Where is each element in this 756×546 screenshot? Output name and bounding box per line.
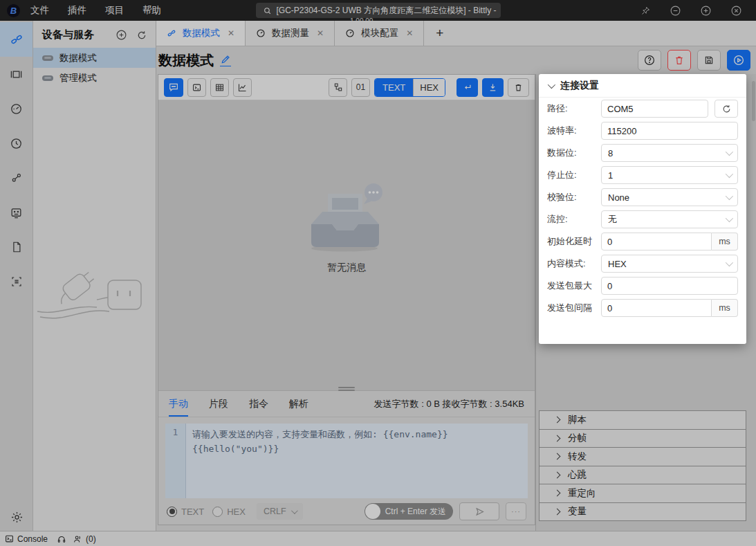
parity-select[interactable]: None	[601, 188, 738, 206]
app-body: 设备与服务 数据模式 管理模式	[0, 21, 756, 531]
audio-toggle[interactable]	[57, 534, 66, 544]
rail-timer-icon[interactable]	[0, 126, 33, 161]
databits-select[interactable]: 8	[601, 144, 738, 162]
mode-hex-button[interactable]: HEX	[413, 79, 445, 96]
menu-project[interactable]: 项目	[105, 4, 124, 17]
delete-button[interactable]	[667, 50, 691, 71]
init-delay-unit: ms	[712, 233, 738, 251]
rail-panel-icon[interactable]	[0, 57, 33, 91]
init-delay-input[interactable]	[601, 233, 712, 251]
menu-help[interactable]: 帮助	[142, 4, 161, 17]
console-toggle[interactable]: Console	[5, 534, 48, 544]
newline-button[interactable]	[457, 78, 478, 97]
packet-interval-input[interactable]	[601, 299, 712, 317]
rail-terminal-icon[interactable]	[0, 195, 33, 230]
view-bubble-button[interactable]	[164, 78, 183, 97]
rail-connection-icon[interactable]	[0, 22, 33, 57]
menu-file[interactable]: 文件	[30, 4, 49, 17]
section-framing[interactable]: 分帧	[540, 430, 746, 448]
tab-close-icon[interactable]: ✕	[317, 28, 324, 38]
device-item-data-mode[interactable]: 数据模式	[33, 48, 156, 68]
send-editor[interactable]: 1 请输入要发送的内容，支持变量和函数，例如: {{env.name}} {{h…	[165, 424, 528, 498]
connection-icon	[167, 28, 176, 38]
view-terminal-button[interactable]	[187, 78, 206, 97]
help-button[interactable]	[638, 50, 661, 71]
rail-frame-icon[interactable]	[0, 264, 33, 299]
online-users[interactable]: (0)	[73, 534, 96, 544]
minimize-icon[interactable]	[670, 5, 681, 17]
setting-row-stopbits: 停止位: 1	[539, 164, 746, 186]
pin-icon[interactable]	[640, 6, 651, 16]
section-script[interactable]: 脚本	[540, 411, 746, 430]
tab-manual[interactable]: 手动	[169, 391, 188, 417]
newline-select[interactable]: CRLF	[257, 503, 303, 520]
chevron-down-icon	[726, 170, 733, 178]
scroll-bottom-button[interactable]	[482, 78, 504, 97]
tab-close-icon[interactable]: ✕	[228, 28, 234, 38]
rail-document-icon[interactable]	[0, 230, 33, 264]
edit-title-icon[interactable]	[220, 54, 231, 66]
rail-gauge-icon[interactable]	[0, 91, 33, 126]
view-table-button[interactable]	[210, 78, 229, 97]
window-title-search[interactable]: [GC-P2304-GS-2 UWB 方向角度距离二维定位模块] - Bittl…	[256, 3, 501, 18]
mode-text-button[interactable]: TEXT	[375, 79, 413, 96]
run-button[interactable]	[727, 50, 750, 71]
section-heartbeat[interactable]: 心跳	[540, 466, 746, 485]
tab-module-config[interactable]: 模块配置 ✕	[335, 21, 424, 46]
send-button[interactable]	[459, 502, 499, 520]
chevron-right-icon	[554, 435, 561, 442]
setting-row-baudrate: 波特率:	[539, 120, 746, 142]
path-input[interactable]	[601, 100, 708, 118]
display-mode-segment: TEXT HEX	[374, 78, 445, 97]
section-variables[interactable]: 变量	[540, 503, 746, 522]
editor-gutter: 1	[165, 424, 186, 498]
settings-gear-icon[interactable]	[0, 511, 33, 524]
rail-nodes-icon[interactable]	[0, 161, 33, 195]
view-plot-button[interactable]	[233, 78, 252, 97]
activity-rail	[0, 21, 33, 531]
channel-button[interactable]: 01	[351, 78, 370, 97]
tab-parse[interactable]: 解析	[289, 391, 308, 417]
setting-row-path: 路径:	[539, 98, 746, 120]
ctrl-enter-toggle[interactable]: Ctrl + Enter 发送	[365, 503, 453, 520]
clear-messages-button[interactable]	[508, 78, 529, 97]
new-tab-button[interactable]: +	[424, 21, 456, 46]
tab-fragment[interactable]: 片段	[209, 391, 228, 417]
splitter-handle[interactable]	[338, 387, 355, 391]
settings-column: 连接设置 路径: 波特率:	[535, 74, 756, 531]
tab-command[interactable]: 指令	[249, 391, 268, 417]
flow-button[interactable]	[329, 78, 347, 97]
device-panel-title: 设备与服务	[42, 28, 107, 42]
section-forward[interactable]: 转发	[540, 448, 746, 466]
scrollbar-thumb[interactable]	[752, 81, 755, 121]
flowcontrol-select[interactable]: 无	[601, 210, 738, 228]
radio-text[interactable]	[167, 507, 177, 517]
refresh-devices-icon[interactable]	[136, 30, 147, 41]
tab-label: 数据测量	[272, 27, 309, 39]
menu-plugins[interactable]: 插件	[68, 4, 86, 17]
tab-close-icon[interactable]: ✕	[406, 28, 413, 38]
more-send-options-button[interactable]: ···	[506, 502, 526, 520]
content-mode-select[interactable]: HEX	[601, 255, 738, 273]
page-header: 数据模式	[156, 46, 756, 74]
connection-settings-header[interactable]: 连接设置	[539, 74, 746, 98]
close-icon[interactable]	[730, 5, 742, 17]
baudrate-input[interactable]	[601, 122, 738, 140]
content-row: 01 TEXT HEX	[156, 74, 756, 531]
setting-row-max-packet: 发送包最大	[539, 275, 746, 297]
max-packet-input[interactable]	[601, 277, 738, 295]
tab-data-mode[interactable]: 数据模式 ✕	[156, 21, 246, 46]
chevron-down-icon	[726, 192, 733, 200]
section-redirect[interactable]: 重定向	[540, 484, 746, 503]
save-button[interactable]	[697, 50, 721, 71]
app-logo-icon: B	[7, 4, 20, 17]
titlebar: B 文件 插件 项目 帮助 [GC-P2304-GS-2 UWB 方向角度距离二…	[0, 0, 756, 21]
stopbits-select[interactable]: 1	[601, 166, 738, 184]
refresh-ports-button[interactable]	[714, 100, 738, 118]
radio-hex[interactable]	[212, 507, 223, 517]
empty-state-label: 暂无消息	[327, 262, 366, 274]
maximize-icon[interactable]	[700, 5, 712, 17]
device-item-manage-mode[interactable]: 管理模式	[33, 68, 156, 88]
add-device-icon[interactable]	[116, 29, 127, 41]
tab-data-measure[interactable]: 数据测量 ✕	[246, 21, 335, 46]
